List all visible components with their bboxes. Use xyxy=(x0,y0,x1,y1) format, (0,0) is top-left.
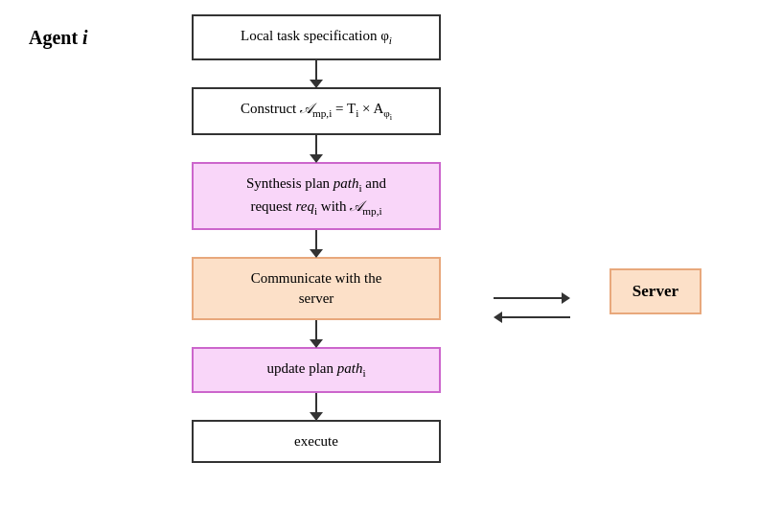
synthesis-box: Synthesis plan pathi andrequest reqi wit… xyxy=(192,162,441,231)
server-section: Server xyxy=(610,268,702,314)
flowchart: Local task specification φi Construct 𝒜m… xyxy=(134,14,498,463)
diagram-container: Agent i Local task specification φi Cons… xyxy=(0,0,759,532)
arrow-4 xyxy=(315,320,317,347)
communicate-box: Communicate with theserver xyxy=(192,257,441,320)
update-box: update plan pathi xyxy=(192,347,441,393)
execute-box: execute xyxy=(192,420,441,463)
arrow-left xyxy=(494,312,570,323)
local-task-box: Local task specification φi xyxy=(192,14,441,60)
arrow-right xyxy=(494,292,570,304)
double-arrow xyxy=(491,292,572,323)
arrow-2 xyxy=(315,135,317,162)
construct-box: Construct 𝒜mp,i = Ti × Aφi xyxy=(192,87,441,135)
arrow-1 xyxy=(315,60,317,87)
agent-label: Agent i xyxy=(29,27,88,49)
arrow-5 xyxy=(315,393,317,420)
arrow-3 xyxy=(315,230,317,257)
server-box: Server xyxy=(610,268,702,314)
